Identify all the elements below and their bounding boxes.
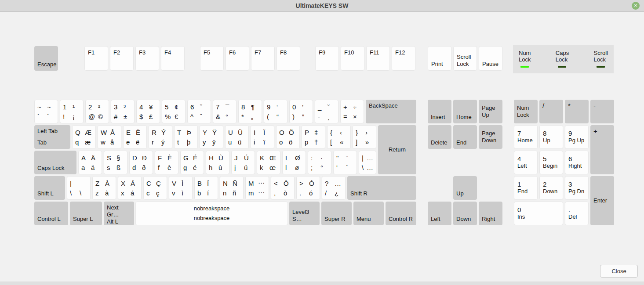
key-s[interactable]: S§sß xyxy=(104,151,127,174)
key-1[interactable]: 1¹!¡ xyxy=(60,100,84,123)
key-f[interactable]: FÈfè xyxy=(155,151,178,174)
key-f4[interactable]: F4 xyxy=(161,46,185,71)
key-arrow-down[interactable]: Down xyxy=(453,202,477,225)
key-np-enter[interactable]: Enter xyxy=(590,176,614,225)
key-alt-l[interactable]: Next Gr…Alt L xyxy=(104,202,134,225)
key-np-4[interactable]: 4Left xyxy=(514,151,538,174)
key-np-6[interactable]: 6Right xyxy=(565,151,589,174)
key-e[interactable]: EËeë xyxy=(123,125,147,149)
key-return[interactable]: Return xyxy=(378,125,416,174)
key-d[interactable]: DÐdð xyxy=(129,151,153,174)
key-scroll-lock[interactable]: ScrollLock xyxy=(453,46,477,71)
key-b[interactable]: BÍbí xyxy=(194,176,218,200)
key-np-2[interactable]: 2Down xyxy=(539,176,563,200)
key-z[interactable]: ZÀzà xyxy=(92,176,116,200)
key-o[interactable]: OÖoö xyxy=(276,125,300,149)
key-escape[interactable]: Escape xyxy=(34,46,58,71)
key-bracket-left[interactable]: {‹[« xyxy=(327,125,351,149)
key-page-down[interactable]: PageDown xyxy=(479,125,502,149)
window-close-button[interactable]: ✕ xyxy=(632,2,640,10)
key-f7[interactable]: F7 xyxy=(251,46,275,71)
key-arrow-up[interactable]: Up xyxy=(453,176,477,200)
key-np-divide[interactable]: / xyxy=(539,100,563,123)
key-backslash[interactable]: |\\ xyxy=(67,176,91,200)
key-slash[interactable]: ?…/¿ xyxy=(322,176,346,200)
key-i[interactable]: IÏiï xyxy=(251,125,274,149)
key-x[interactable]: XÁxá xyxy=(118,176,142,200)
key-5[interactable]: 5¢%€ xyxy=(162,100,186,123)
key-period[interactable]: >Ó.ó xyxy=(296,176,320,200)
key-num-lock[interactable]: NumLock xyxy=(514,100,538,123)
key-arrow-left[interactable]: Left xyxy=(428,202,451,225)
key-np-5[interactable]: 5Begin xyxy=(539,151,563,174)
key-space[interactable]: nobreakspacenobreakspace xyxy=(135,202,288,225)
key-7[interactable]: 7¯&° xyxy=(213,100,236,123)
key-np-subtract[interactable]: - xyxy=(590,100,614,123)
key-minus[interactable]: _˘-¸ xyxy=(315,100,338,123)
key-print[interactable]: Print xyxy=(428,46,451,71)
key-f11[interactable]: F11 xyxy=(366,46,390,71)
key-t[interactable]: TÞtþ xyxy=(174,125,198,149)
key-w[interactable]: WÅwå xyxy=(98,125,121,149)
key-grave[interactable]: ~~`` xyxy=(34,100,58,123)
key-f6[interactable]: F6 xyxy=(226,46,249,71)
key-delete[interactable]: Delete xyxy=(428,125,451,149)
key-h[interactable]: HÙhù xyxy=(206,151,229,174)
key-home[interactable]: Home xyxy=(453,100,477,123)
key-np-3[interactable]: 3Pg Dn xyxy=(565,176,589,200)
key-y[interactable]: YŸyÿ xyxy=(200,125,223,149)
key-np-multiply[interactable]: * xyxy=(565,100,589,123)
key-np-7[interactable]: 7Home xyxy=(514,125,538,149)
key-u[interactable]: UÜuü xyxy=(225,125,249,149)
key-f2[interactable]: F2 xyxy=(110,46,134,71)
key-np-8[interactable]: 8Up xyxy=(539,125,563,149)
key-super-l[interactable]: Super L xyxy=(70,202,102,225)
key-menu[interactable]: Menu xyxy=(353,202,384,225)
key-np-0[interactable]: 0Ins xyxy=(514,202,563,225)
close-button[interactable]: Close xyxy=(600,265,638,278)
key-control-r[interactable]: Control R xyxy=(386,202,416,225)
key-v[interactable]: VÌvì xyxy=(169,176,193,200)
key-f8[interactable]: F8 xyxy=(277,46,300,71)
key-arrow-right[interactable]: Right xyxy=(479,202,502,225)
key-caps-lock[interactable]: Caps Lock xyxy=(34,151,76,174)
key-4[interactable]: 4¥$£ xyxy=(136,100,160,123)
key-insert[interactable]: Insert xyxy=(428,100,451,123)
key-r[interactable]: RÝrý xyxy=(149,125,172,149)
key-shift-r[interactable]: Shift R xyxy=(347,176,416,200)
key-c[interactable]: CÇcç xyxy=(143,176,167,200)
key-8[interactable]: 8¶*„ xyxy=(238,100,262,123)
key-np-9[interactable]: 9Pg Up xyxy=(565,125,589,149)
key-a[interactable]: AÄaä xyxy=(78,151,102,174)
key-equal[interactable]: +÷=× xyxy=(340,100,364,123)
key-9[interactable]: 9‘(“ xyxy=(264,100,287,123)
key-super-r[interactable]: Super R xyxy=(321,202,352,225)
key-pipe[interactable]: |…\… xyxy=(359,151,376,174)
key-f1[interactable]: F1 xyxy=(84,46,108,71)
key-page-up[interactable]: PageUp xyxy=(479,100,502,123)
key-control-l[interactable]: Control L xyxy=(34,202,68,225)
key-apostrophe[interactable]: "¨'´ xyxy=(333,151,357,174)
key-np-add[interactable]: + xyxy=(590,125,614,174)
key-f10[interactable]: F10 xyxy=(341,46,364,71)
key-end[interactable]: End xyxy=(453,125,477,149)
key-m[interactable]: M⋯m⋯ xyxy=(245,176,269,200)
key-f9[interactable]: F9 xyxy=(315,46,339,71)
key-q[interactable]: QÆqæ xyxy=(72,125,96,149)
key-comma[interactable]: <Ò,ò xyxy=(271,176,295,200)
key-shift-l[interactable]: Shift L xyxy=(34,176,65,200)
key-2[interactable]: 2²@© xyxy=(85,100,109,123)
key-p[interactable]: P‡p† xyxy=(302,125,325,149)
key-0[interactable]: 0’)” xyxy=(289,100,313,123)
key-f12[interactable]: F12 xyxy=(392,46,415,71)
key-level3-shift[interactable]: Level3 S… xyxy=(289,202,320,225)
key-n[interactable]: NÑnñ xyxy=(220,176,244,200)
key-f5[interactable]: F5 xyxy=(200,46,224,71)
key-f3[interactable]: F3 xyxy=(135,46,159,71)
key-3[interactable]: 3³#± xyxy=(111,100,135,123)
key-semicolon[interactable]: :·;° xyxy=(308,151,331,174)
key-6[interactable]: 6ˇ^ˆ xyxy=(187,100,211,123)
key-backspace[interactable]: BackSpace xyxy=(366,100,416,123)
key-l[interactable]: LØlø xyxy=(282,151,306,174)
key-pause[interactable]: Pause xyxy=(479,46,502,71)
